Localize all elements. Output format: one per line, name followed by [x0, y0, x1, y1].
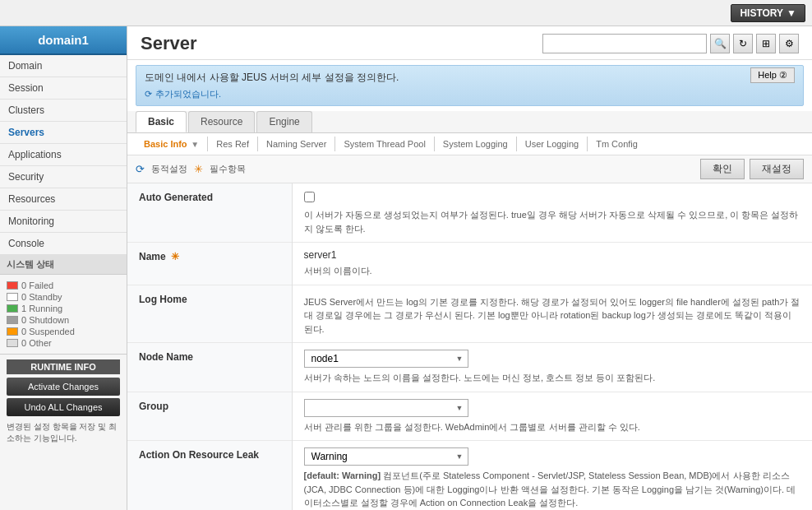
- history-chevron-icon: ▼: [787, 7, 796, 19]
- sidebar-item-security[interactable]: Security: [0, 166, 127, 188]
- sub-tab-naming-server[interactable]: Naming Server: [258, 137, 335, 151]
- refresh-button[interactable]: ↻: [733, 34, 753, 53]
- refresh-icon: ⟳: [145, 89, 152, 100]
- form-value-3: node1서버가 속하는 노드의 이름을 설정한다. 노드에는 머신 정보, 호…: [292, 343, 812, 392]
- form-value-2: JEUS Server에서 만드는 log의 기본 경로를 지정한다. 해당 경…: [292, 285, 812, 343]
- tab-basic[interactable]: Basic: [136, 111, 187, 132]
- state-row-running: 1 Running: [7, 303, 120, 314]
- system-state-panel: 0 Failed0 Standby1 Running0 Shutdown0 Su…: [0, 275, 127, 355]
- state-row-failed: 0 Failed: [7, 280, 120, 291]
- state-row-suspended: 0 Suspended: [7, 326, 120, 337]
- sub-tab-res-ref[interactable]: Res Ref: [208, 137, 258, 151]
- required-icon: ✳: [194, 163, 203, 175]
- form-table: Auto Generated이 서버가 자동으로 생성되었는지 여부가 설정된다…: [127, 183, 812, 510]
- tab-engine[interactable]: Engine: [256, 111, 311, 132]
- form-label-2: Log Home: [127, 285, 292, 343]
- form-select-4[interactable]: [304, 399, 468, 417]
- form-checkbox-0[interactable]: [304, 192, 315, 202]
- sidebar: domain1 DomainSessionClustersServersAppl…: [0, 26, 127, 510]
- sidebar-item-session[interactable]: Session: [0, 77, 127, 100]
- info-banner-sub: ⟳ 추가되었습니다.: [145, 88, 795, 100]
- sidebar-info-text: 변경된 설정 항목을 저장 및 최소하는 기능입니다.: [7, 421, 120, 444]
- sidebar-logo[interactable]: domain1: [0, 26, 127, 55]
- header-tools: 🔍 ↻ ⊞ ⚙: [542, 34, 799, 53]
- state-indicator-failed: [7, 281, 18, 290]
- form-description-2: JEUS Server에서 만드는 log의 기본 경로를 지정한다. 해당 경…: [304, 295, 801, 336]
- content-area: Server 🔍 ↻ ⊞ ⚙ Help ② 도메인 내에서 사용할 JEUS 서…: [127, 26, 812, 510]
- top-bar: HISTORY ▼: [0, 0, 812, 26]
- sub-tab-tm-config[interactable]: Tm Config: [588, 137, 646, 151]
- form-value-4: 서버 관리를 위한 그룹을 설정한다. WebAdmin에서 그룹별로 서버를 …: [292, 392, 812, 441]
- form-label-0: Auto Generated: [127, 183, 292, 243]
- search-button[interactable]: 🔍: [710, 34, 730, 53]
- sub-tab-basic-info[interactable]: Basic Info ▼: [136, 137, 208, 151]
- form-value-1: server1서버의 이름이다.: [292, 243, 812, 285]
- sidebar-nav: DomainSessionClustersServersApplications…: [0, 55, 127, 255]
- form-label-4: Group: [127, 392, 292, 441]
- system-state-section: 시스템 상태: [0, 255, 127, 275]
- form-select-3[interactable]: node1: [304, 350, 468, 368]
- action-bar: ⟳ 동적설정 ✳ 필수항목 확인 재설정: [127, 155, 812, 183]
- action-bar-left: ⟳ 동적설정 ✳ 필수항목: [136, 163, 246, 175]
- sidebar-item-monitoring[interactable]: Monitoring: [0, 211, 127, 233]
- required-label: 필수항목: [210, 163, 246, 175]
- state-row-other: 0 Other: [7, 337, 120, 349]
- content-header: Server 🔍 ↻ ⊞ ⚙: [127, 26, 812, 60]
- form-label-3: Node Name: [127, 343, 292, 392]
- form-value-5: Warning[default: Warning] 컴포넌트(주로 Statel…: [292, 441, 812, 511]
- sidebar-item-console[interactable]: Console: [0, 233, 127, 255]
- form-row-4: Group서버 관리를 위한 그룹을 설정한다. WebAdmin에서 그룹별로…: [127, 392, 812, 441]
- form-value-0: 이 서버가 자동으로 생성되었는지 여부가 설정된다. true일 경우 해당 …: [292, 183, 812, 243]
- tab-resource[interactable]: Resource: [188, 111, 255, 132]
- form-description-5: [default: Warning] 컴포넌트(주로 Stateless Com…: [304, 469, 801, 510]
- form-description-1: 서버의 이름이다.: [304, 264, 801, 278]
- dynamic-icon: ⟳: [136, 163, 145, 175]
- state-row-shutdown: 0 Shutdown: [7, 314, 120, 326]
- form-row-3: Node Namenode1서버가 속하는 노드의 이름을 설정한다. 노드에는…: [127, 343, 812, 392]
- sidebar-item-domain[interactable]: Domain: [0, 55, 127, 77]
- state-indicator-running: [7, 304, 18, 313]
- dynamic-label: 동적설정: [151, 163, 187, 175]
- sub-tab-system-logging[interactable]: System Logging: [435, 137, 517, 151]
- reset-button[interactable]: 재설정: [750, 159, 804, 179]
- info-banner: Help ② 도메인 내에서 사용할 JEUS 서버의 세부 설정을 정의한다.…: [136, 65, 804, 106]
- page-title: Server: [141, 33, 197, 54]
- sub-tab-system-thread-pool[interactable]: System Thread Pool: [335, 137, 434, 151]
- main-layout: domain1 DomainSessionClustersServersAppl…: [0, 26, 812, 510]
- form-select-5[interactable]: Warning: [304, 447, 468, 466]
- confirm-button[interactable]: 확인: [700, 159, 745, 179]
- form-description-4: 서버 관리를 위한 그룹을 설정한다. WebAdmin에서 그룹별로 서버를 …: [304, 420, 801, 434]
- state-rows: 0 Failed0 Standby1 Running0 Shutdown0 Su…: [7, 280, 120, 349]
- grid-button[interactable]: ⊞: [756, 34, 776, 53]
- form-row-0: Auto Generated이 서버가 자동으로 생성되었는지 여부가 설정된다…: [127, 183, 812, 243]
- help-button[interactable]: Help ②: [750, 67, 795, 83]
- state-indicator-shutdown: [7, 316, 18, 324]
- info-banner-text: 도메인 내에서 사용할 JEUS 서버의 세부 설정을 정의한다.: [145, 71, 795, 85]
- settings-button[interactable]: ⚙: [779, 34, 799, 53]
- state-indicator-suspended: [7, 327, 18, 336]
- form-row-2: Log HomeJEUS Server에서 만드는 log의 기본 경로를 지정…: [127, 285, 812, 343]
- sidebar-item-clusters[interactable]: Clusters: [0, 100, 127, 122]
- search-input[interactable]: [542, 34, 707, 53]
- sub-tab-bar: Basic Info ▼Res RefNaming ServerSystem T…: [127, 133, 812, 155]
- form-label-1: Name ✳: [127, 243, 292, 285]
- form-row-5: Action On Resource LeakWarning[default: …: [127, 441, 812, 511]
- activate-changes-button[interactable]: Activate Changes: [7, 378, 120, 396]
- runtime-info-title: RUNTIME INFO: [7, 359, 120, 374]
- sub-tab-user-logging[interactable]: User Logging: [517, 137, 588, 151]
- state-row-standby: 0 Standby: [7, 291, 120, 303]
- form-text-1: server1: [304, 249, 801, 261]
- history-button[interactable]: HISTORY ▼: [731, 4, 805, 22]
- state-indicator-other: [7, 339, 18, 347]
- action-bar-right: 확인 재설정: [700, 159, 804, 179]
- main-tab-bar: BasicResourceEngine: [127, 111, 812, 133]
- state-indicator-standby: [7, 293, 18, 301]
- form-description-3: 서버가 속하는 노드의 이름을 설정한다. 노드에는 머신 정보, 호스트 정보…: [304, 371, 801, 385]
- sidebar-item-servers[interactable]: Servers: [0, 122, 127, 144]
- form-content: Auto Generated이 서버가 자동으로 생성되었는지 여부가 설정된다…: [127, 183, 812, 510]
- sidebar-item-resources[interactable]: Resources: [0, 188, 127, 211]
- form-label-5: Action On Resource Leak: [127, 441, 292, 511]
- undo-changes-button[interactable]: Undo ALL Changes: [7, 398, 120, 416]
- history-label: HISTORY: [740, 7, 783, 19]
- sidebar-item-applications[interactable]: Applications: [0, 144, 127, 166]
